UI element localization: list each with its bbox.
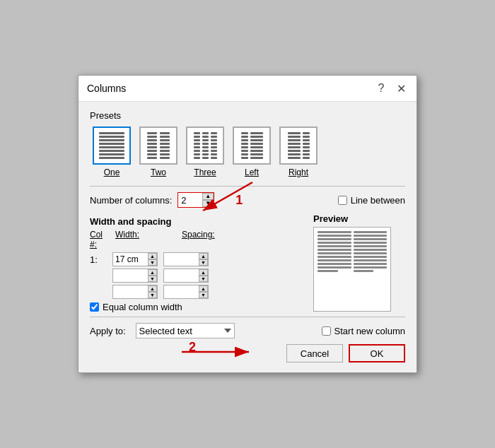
width-spin-down-1[interactable]: ▼ — [148, 259, 157, 266]
icon-line — [303, 143, 310, 145]
icon-line — [194, 153, 200, 155]
preset-right-label: Right — [289, 167, 308, 177]
start-new-column-checkbox[interactable] — [322, 326, 331, 336]
icon-col — [194, 132, 200, 159]
icon-line — [241, 143, 248, 145]
preset-three[interactable]: Three — [186, 126, 224, 177]
spacing-spin-down-1[interactable]: ▼ — [199, 259, 208, 266]
icon-line — [99, 157, 124, 159]
apply-to-select[interactable]: Selected text Whole document This point … — [136, 323, 235, 338]
spacing-spin-up-3[interactable]: ▲ — [199, 285, 208, 292]
icon-line — [303, 153, 310, 155]
icon-line — [194, 150, 200, 152]
line-between-checkbox-label[interactable]: Line between — [338, 195, 405, 206]
help-button[interactable]: ? — [374, 81, 388, 95]
icon-line — [211, 153, 217, 155]
icon-line — [303, 136, 310, 138]
line-between-checkbox[interactable] — [338, 196, 347, 205]
preset-two-label: Two — [151, 167, 166, 177]
icon-col — [160, 132, 170, 159]
icon-line — [202, 150, 209, 152]
icon-line — [202, 157, 209, 159]
ws-left-col: Width and spacing Col #: Width: Spacing:… — [90, 213, 308, 312]
start-new-column-label[interactable]: Start new column — [322, 326, 405, 336]
apply-to-row: Apply to: Selected text Whole document T… — [90, 323, 235, 338]
icon-col-sm — [303, 132, 310, 159]
preview-line — [318, 259, 351, 261]
icon-line — [303, 146, 310, 148]
preset-left-icon — [233, 126, 271, 165]
preview-line — [318, 249, 351, 251]
icon-line — [99, 143, 124, 145]
spacing-spin-down-3[interactable]: ▼ — [199, 292, 208, 298]
spin-down[interactable]: ▼ — [202, 200, 214, 207]
icon-line — [160, 143, 170, 145]
spacing-header: Spacing: — [182, 230, 238, 249]
equal-col-row: Equal column width — [90, 302, 308, 312]
ws-row-3: ▲ ▼ ▲ ▼ — [90, 285, 308, 299]
icon-line — [288, 143, 301, 145]
icon-line — [160, 150, 170, 152]
arrow2-svg — [175, 341, 260, 362]
icon-line — [160, 136, 170, 138]
equal-col-label-text: Equal column width — [103, 302, 182, 312]
preview-line — [354, 235, 388, 237]
close-button[interactable]: ✕ — [394, 81, 408, 95]
preview-line — [318, 252, 351, 254]
icon-line — [250, 153, 263, 155]
ws-row-2: ▲ ▼ ▲ ▼ — [90, 269, 308, 283]
preset-left[interactable]: Left — [233, 126, 271, 177]
title-bar-buttons: ? ✕ — [374, 81, 408, 95]
icon-line — [250, 132, 263, 134]
dialog-body: Presets — [78, 102, 417, 372]
width-spin-down-3[interactable]: ▼ — [148, 292, 157, 298]
icon-line — [202, 153, 209, 155]
icon-line — [99, 153, 124, 155]
preview-line — [354, 259, 388, 261]
ws-header: Width and spacing — [90, 216, 308, 227]
spacing-spin-3: ▲ ▼ — [199, 285, 208, 298]
ws-row-1: 1: ▲ ▼ ▲ — [90, 252, 308, 266]
icon-line — [211, 157, 217, 159]
equal-col-checkbox[interactable] — [90, 302, 99, 312]
preview-line — [354, 256, 388, 258]
width-spin-up-2[interactable]: ▲ — [148, 269, 157, 276]
icon-line — [194, 139, 200, 141]
width-spin-3: ▲ ▼ — [148, 285, 157, 298]
icon-col-big — [250, 132, 263, 159]
icon-line — [160, 146, 170, 148]
num-columns-input-wrap: ▲ ▼ — [177, 192, 214, 208]
dialog-title: Columns — [87, 83, 126, 94]
icon-line — [147, 132, 157, 134]
preview-line — [354, 266, 388, 269]
spacing-spin-down-2[interactable]: ▼ — [199, 276, 208, 282]
width-spin-up-1[interactable]: ▲ — [148, 253, 157, 259]
icon-left-graphic — [241, 132, 263, 159]
width-spin-up-3[interactable]: ▲ — [148, 285, 157, 292]
ws-headers-row: Col #: Width: Spacing: — [90, 230, 308, 249]
icon-line — [202, 139, 209, 141]
icon-line — [194, 146, 200, 148]
cancel-button[interactable]: Cancel — [286, 344, 343, 362]
icon-line — [211, 150, 217, 152]
equal-col-checkbox-label[interactable]: Equal column width — [90, 302, 182, 312]
icon-line — [99, 139, 124, 141]
spacing-spin-up-1[interactable]: ▲ — [199, 253, 208, 259]
preview-line — [318, 263, 351, 265]
spacing-spin-up-2[interactable]: ▲ — [199, 269, 208, 276]
preset-right[interactable]: Right — [279, 126, 318, 177]
preset-two-icon — [139, 126, 177, 165]
preview-line — [318, 256, 351, 258]
preview-line — [354, 238, 388, 240]
icon-line — [202, 132, 209, 134]
ok-button[interactable]: OK — [349, 344, 405, 362]
spin-up[interactable]: ▲ — [202, 193, 214, 200]
preset-two[interactable]: Two — [139, 126, 177, 177]
preset-one[interactable]: One — [93, 126, 131, 177]
width-spin-down-2[interactable]: ▼ — [148, 276, 157, 282]
divider2 — [90, 317, 405, 317]
icon-line — [288, 157, 301, 159]
preview-left-col — [318, 231, 351, 307]
icon-line — [241, 153, 248, 155]
icon-line — [241, 157, 248, 159]
